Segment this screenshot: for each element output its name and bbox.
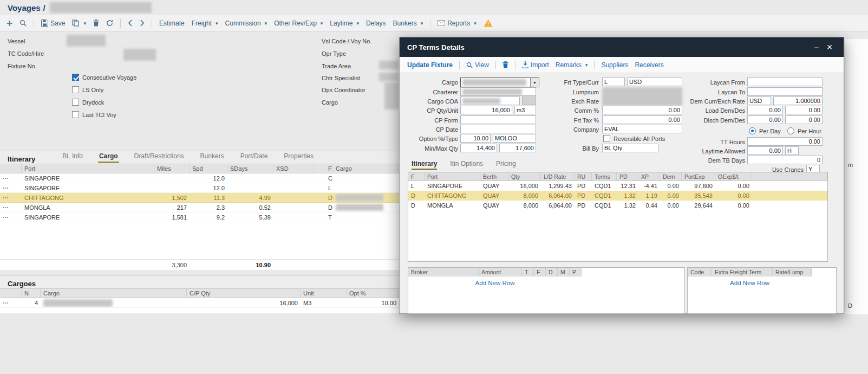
company-field[interactable]: EVAL xyxy=(602,125,682,133)
option-type-field[interactable]: MOLOO xyxy=(493,134,536,143)
cargo-combobox[interactable] xyxy=(460,78,539,87)
refresh-icon[interactable] xyxy=(106,20,113,27)
delete-icon[interactable] xyxy=(93,20,99,27)
disch-des-field[interactable]: 0.00 xyxy=(785,115,823,124)
estimate-button[interactable]: Estimate xyxy=(159,20,185,27)
tab-port-date[interactable]: Port/Date xyxy=(239,152,269,163)
row-menu-icon[interactable] xyxy=(0,203,22,212)
cp-qty-field[interactable]: 16,000 xyxy=(460,106,512,114)
radio-selected-icon[interactable] xyxy=(749,127,756,134)
copy-voyage-button[interactable] xyxy=(72,20,86,27)
frt-tax-field[interactable]: 0.00 xyxy=(602,115,682,124)
chtr-specialist-label: Chtr Specialist xyxy=(322,75,360,81)
table-row[interactable]: D MONGLA QUAY 8,000 6,064.00 PD CQD1 1.3… xyxy=(408,201,827,210)
row-menu-icon[interactable] xyxy=(0,298,22,307)
checkbox-reversible-all-ports[interactable]: Reversible All Ports xyxy=(603,135,665,142)
disch-dem-field[interactable]: 0.00 xyxy=(747,115,783,124)
tab-pricing[interactable]: Pricing xyxy=(496,160,516,170)
suppliers-button[interactable]: Suppliers xyxy=(601,61,628,69)
checkbox-drydock[interactable]: Drydock xyxy=(72,99,104,106)
save-button[interactable]: Save xyxy=(41,20,65,27)
checkbox-consecutive-voyage[interactable]: Consecutive Voyage xyxy=(72,74,136,81)
table-row-selected[interactable]: CHITTAGONG 1,502 11.3 4.99 D xyxy=(0,193,399,203)
laycan-to-field[interactable] xyxy=(747,87,823,96)
cp-form-field[interactable] xyxy=(460,115,536,124)
minimize-icon[interactable] xyxy=(810,43,823,51)
forward-icon[interactable] xyxy=(140,20,145,27)
import-button[interactable]: Import xyxy=(522,61,549,69)
reports-menu[interactable]: Reports xyxy=(438,20,477,27)
dem-exch-rate-field[interactable]: 1.000000 xyxy=(773,96,823,105)
row-menu-icon[interactable] xyxy=(0,173,22,183)
table-row[interactable]: SINGAPORE 1,581 9.2 5.39 T xyxy=(0,212,399,222)
frt-curr-field[interactable]: USD xyxy=(627,78,682,86)
add-new-row-link[interactable]: Add New Row xyxy=(688,280,812,286)
dem-tb-days-field[interactable]: 0 xyxy=(747,156,823,164)
table-row[interactable]: MONGLA 217 2.3 0.52 D xyxy=(0,203,399,212)
close-icon[interactable] xyxy=(823,43,836,51)
back-icon[interactable] xyxy=(128,20,133,27)
tab-itin-options[interactable]: Itin Options xyxy=(450,160,483,170)
min-qty-field[interactable]: 14,400 xyxy=(460,144,497,152)
radio-per-day[interactable]: Per Day xyxy=(749,127,781,134)
commission-menu[interactable]: Commission xyxy=(225,20,267,27)
option-pct-field[interactable]: 10.00 xyxy=(460,134,491,143)
remarks-menu[interactable]: Remarks xyxy=(556,61,588,69)
chevron-down-icon[interactable] xyxy=(530,78,539,87)
delays-button[interactable]: Delays xyxy=(366,20,386,27)
frt-type-field[interactable]: L xyxy=(602,78,625,86)
cp-date-field[interactable] xyxy=(460,125,536,133)
table-row[interactable]: SINGAPORE 12.0 L xyxy=(0,183,399,193)
checkbox-icon[interactable] xyxy=(72,99,79,106)
load-des-field[interactable]: 0.00 xyxy=(785,106,823,114)
receivers-button[interactable]: Receivers xyxy=(635,61,663,69)
checkbox-icon[interactable] xyxy=(72,86,79,93)
row-menu-icon[interactable] xyxy=(0,183,22,192)
row-menu-icon[interactable] xyxy=(0,193,22,202)
laytime-unit-field[interactable]: H xyxy=(785,146,799,155)
modal-header[interactable]: CP Terms Details xyxy=(400,37,844,57)
radio-icon[interactable] xyxy=(787,127,794,134)
bunkers-menu[interactable]: Bunkers xyxy=(393,20,423,27)
cp-unit-field[interactable]: m3 xyxy=(514,106,536,114)
radio-per-hour[interactable]: Per Hour xyxy=(787,127,821,134)
table-row[interactable]: SINGAPORE 12.0 C xyxy=(0,173,399,183)
tab-draft-restrictions[interactable]: Draft/Restrictions xyxy=(133,152,185,163)
delete-icon[interactable] xyxy=(502,61,508,68)
warning-icon[interactable] xyxy=(484,19,493,27)
update-fixture-button[interactable]: Update Fixture xyxy=(407,61,453,69)
tab-cargo[interactable]: Cargo xyxy=(98,152,119,163)
add-icon[interactable] xyxy=(6,20,12,27)
search-icon[interactable] xyxy=(19,20,27,27)
checkbox-last-tci-voy[interactable]: Last TCI Voy xyxy=(72,111,116,118)
table-row[interactable]: L SINGAPORE QUAY 16,000 1,299.43 PD CQD1… xyxy=(408,181,827,191)
bill-by-field[interactable]: BL Qty xyxy=(602,144,658,152)
checkbox-ls-only[interactable]: LS Only xyxy=(72,86,103,93)
tt-hours-field[interactable]: 0.00 xyxy=(747,137,823,146)
cargo-coa-lookup-box[interactable] xyxy=(522,96,536,105)
load-dem-field[interactable]: 0.00 xyxy=(747,106,783,114)
tab-properties[interactable]: Properties xyxy=(283,152,315,163)
charterer-field[interactable] xyxy=(460,87,536,96)
dem-curr-field[interactable]: USD xyxy=(747,96,771,105)
tab-itinerary[interactable]: Itinerary xyxy=(412,160,437,170)
add-new-row-link[interactable]: Add New Row xyxy=(408,280,582,286)
row-menu-icon[interactable] xyxy=(0,212,22,222)
table-row-selected[interactable]: D CHITTAGONG QUAY 8,000 6,064.00 PD CQD1… xyxy=(408,191,827,201)
cargo-coa-field[interactable] xyxy=(460,96,520,105)
laytime-menu[interactable]: Laytime xyxy=(330,20,359,27)
toolbar-separator xyxy=(430,19,430,28)
tab-bl-info[interactable]: BL Info xyxy=(61,152,84,163)
view-button[interactable]: View xyxy=(466,61,489,69)
laytime-allowed-field[interactable]: 0.00 xyxy=(747,146,783,155)
checkbox-checked-icon[interactable] xyxy=(72,74,79,81)
laycan-from-field[interactable] xyxy=(747,78,823,86)
max-qty-field[interactable]: 17,600 xyxy=(499,144,536,152)
other-rev-exp-menu[interactable]: Other Rev/Exp xyxy=(274,20,323,27)
tab-bunkers[interactable]: Bunkers xyxy=(199,152,225,163)
freight-menu[interactable]: Freight xyxy=(192,20,218,27)
table-row[interactable]: 4 16,000 M3 10.00 xyxy=(0,298,399,308)
checkbox-icon[interactable] xyxy=(603,135,610,142)
comm-pct-field[interactable]: 0.00 xyxy=(602,106,682,114)
checkbox-icon[interactable] xyxy=(72,111,79,118)
